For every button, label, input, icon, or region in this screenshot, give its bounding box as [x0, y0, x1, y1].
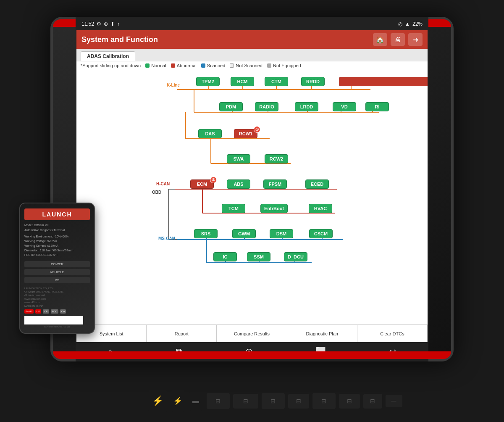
header-bar: System and Function 🏠 🖨 ➜	[76, 30, 428, 49]
nav-copy-icon[interactable]: ⧉	[176, 347, 182, 356]
node-das[interactable]: DAS	[198, 129, 222, 138]
tab-adas-calibration[interactable]: ADAS Calibration	[81, 51, 135, 61]
legend-bar: *Support sliding up and down Normal Abno…	[76, 61, 428, 70]
nav-gallery-icon[interactable]: ⬜	[315, 346, 326, 356]
node-rcw2[interactable]: RCW2	[265, 154, 288, 164]
nav-vci-icon[interactable]: ◎	[245, 346, 252, 356]
barcode: for(let i=0;i<70;i++){ document.currentS…	[24, 316, 90, 328]
scanned-dot	[201, 63, 205, 68]
not-equipped-label: Not Equipped	[273, 63, 301, 68]
tablet-shell: 11:52 ⚙ ⊕ ⬆ ↑ ◎ ▲ 22%	[50, 17, 454, 361]
node-ecm[interactable]: ECM ③	[190, 179, 214, 189]
location-icon: ◎	[398, 21, 402, 27]
launch-logo: LAUNCH	[24, 208, 90, 220]
node-abs[interactable]: ABS	[227, 179, 250, 189]
node-tcm[interactable]: TCM	[222, 204, 245, 213]
nav-home-icon[interactable]: ⌂	[108, 347, 113, 356]
node-lrdd[interactable]: LRDD	[295, 102, 318, 111]
wifi-icon: ⊕	[104, 21, 108, 27]
node-pdm[interactable]: PDM	[219, 102, 243, 111]
node-hcm[interactable]: HCM	[231, 77, 254, 86]
node-vd[interactable]: VD	[333, 102, 356, 111]
bottom-toolbar: System List Report Compare Results Diagn…	[76, 324, 428, 342]
launch-vehicle-btn[interactable]: VEHICLE	[24, 269, 90, 275]
battery-display: 22%	[412, 21, 423, 27]
report-button[interactable]: Report	[147, 325, 217, 342]
node-ic[interactable]: IC	[213, 252, 237, 261]
tab-bar: ADAS Calibration	[76, 49, 428, 61]
launch-specs-text: Working Environment: -10%~50% Working Vo…	[24, 234, 90, 258]
launch-buttons: POWER VEHICLE I/O	[24, 261, 90, 283]
support-text: *Support sliding up and down	[81, 63, 141, 68]
print-button[interactable]: 🖨	[391, 33, 405, 46]
not-equipped-dot	[267, 63, 271, 68]
usb-icon: ⬆	[110, 21, 115, 27]
accessory-cable-1: —	[386, 395, 402, 407]
node-srs[interactable]: SRS	[194, 229, 218, 238]
launch-power-btn[interactable]: POWER	[24, 261, 90, 267]
node-rcw1[interactable]: RCW1 ①	[234, 129, 257, 138]
accessory-obd-connector-2: ⊟	[233, 394, 258, 409]
not-scanned-dot	[230, 63, 234, 68]
launch-footer-text: LAUNCH TECH CO.,LTD. Copyright 2023 LAUN…	[24, 287, 90, 308]
node-radio[interactable]: RADIO	[255, 102, 278, 111]
clear-dtcs-button[interactable]: Clear DTCs	[357, 325, 428, 342]
settings-icon: ⚙	[97, 21, 101, 27]
normal-dot	[145, 63, 150, 68]
node-swa[interactable]: SWA	[227, 154, 250, 164]
kline-label: K-Line	[167, 83, 180, 87]
not-scanned-label: Not Scanned	[236, 63, 262, 68]
status-bar: 11:52 ⚙ ⊕ ⬆ ↑ ◎ ▲ 22%	[76, 18, 428, 30]
svg-rect-44	[24, 316, 83, 324]
accessory-obd-connector-3: ⊟	[262, 393, 285, 409]
accessory-obd-connector-6: ⊟	[339, 394, 360, 409]
diagnostic-plan-button[interactable]: Diagnostic Plan	[287, 325, 357, 342]
node-gwm[interactable]: GWM	[232, 229, 256, 238]
node-rrdd[interactable]: RRDD	[301, 77, 325, 86]
accessory-adapter-1: ▬	[189, 392, 203, 411]
exit-button[interactable]: ➜	[408, 33, 423, 46]
normal-label: Normal	[151, 63, 166, 68]
diagram-area: K-Line OBD H-CAN MS-CAN TPM2 HCM CTM RRD…	[76, 70, 428, 324]
scanned-label: Scanned	[207, 63, 225, 68]
node-eced[interactable]: ECED	[305, 179, 329, 189]
node-tpm2[interactable]: TPM2	[196, 77, 220, 86]
nav-back-icon[interactable]: ↩	[389, 346, 396, 356]
launch-device: LAUNCH Model: DBScar VII Automotive Diag…	[19, 203, 95, 334]
accessory-obd-connector-5: ⊟	[312, 393, 336, 409]
node-ssm[interactable]: SSM	[247, 252, 270, 261]
ecm-badge: ③	[210, 177, 217, 183]
page-title: System and Function	[81, 35, 158, 44]
abnormal-label: Abnormal	[177, 63, 197, 68]
hcan-label: H-CAN	[156, 182, 170, 186]
compare-results-button[interactable]: Compare Results	[217, 325, 287, 342]
time-display: 11:52	[81, 21, 94, 27]
node-dsm[interactable]: DSM	[270, 229, 293, 238]
screen: 11:52 ⚙ ⊕ ⬆ ↑ ◎ ▲ 22%	[76, 17, 428, 361]
node-hvac[interactable]: HVAC	[309, 204, 332, 213]
accessory-obd-connector-4: ⊟	[288, 394, 309, 409]
signal-icon: ↑	[117, 21, 120, 27]
node-cscm[interactable]: CSCM	[309, 229, 333, 238]
home-button[interactable]: 🏠	[373, 33, 387, 46]
accessory-obd-connector-7: ⊟	[363, 394, 382, 409]
accessory-charger-1: ⚡	[148, 390, 167, 413]
node-ri[interactable]: RI	[365, 102, 389, 111]
nav-bar: ⌂ ⧉ ◎ ⬜ ↩	[76, 342, 428, 361]
accessories-section: ⚡ ⚡ ▬ ⊟ ⊟ ⊟ ⊟ ⊟ ⊟ ⊟ —	[55, 380, 496, 422]
node-entrboot[interactable]: EntrBoot	[260, 204, 288, 213]
node-ldw[interactable]: LDW ①	[339, 77, 428, 86]
abnormal-dot	[171, 63, 175, 68]
rcw1-badge: ①	[254, 126, 260, 133]
accessory-obd-connector-1: ⊟	[207, 393, 230, 409]
certification-logos: RoHS UK CE FCC CA	[24, 309, 90, 314]
accessory-charger-2: ⚡	[171, 390, 185, 411]
launch-io-btn[interactable]: I/O	[24, 277, 90, 283]
node-ctm[interactable]: CTM	[265, 77, 288, 86]
mscan-label: MS-CAN	[158, 236, 175, 241]
wifi-signal-icon: ▲	[405, 21, 410, 27]
node-fpsm[interactable]: FPSM	[263, 179, 287, 189]
obd-label: OBD	[152, 190, 161, 195]
header-icons: 🏠 🖨 ➜	[373, 33, 423, 46]
node-d-dcu[interactable]: D_DCU	[284, 252, 307, 261]
